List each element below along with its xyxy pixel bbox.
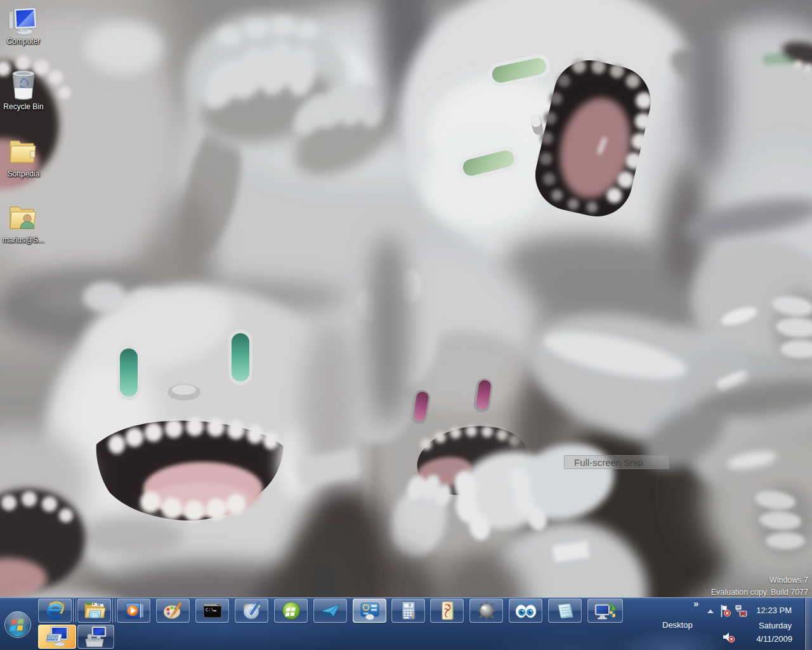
svg-text:0: 0 xyxy=(409,604,411,608)
svg-text:C:\: C:\ xyxy=(206,607,214,613)
